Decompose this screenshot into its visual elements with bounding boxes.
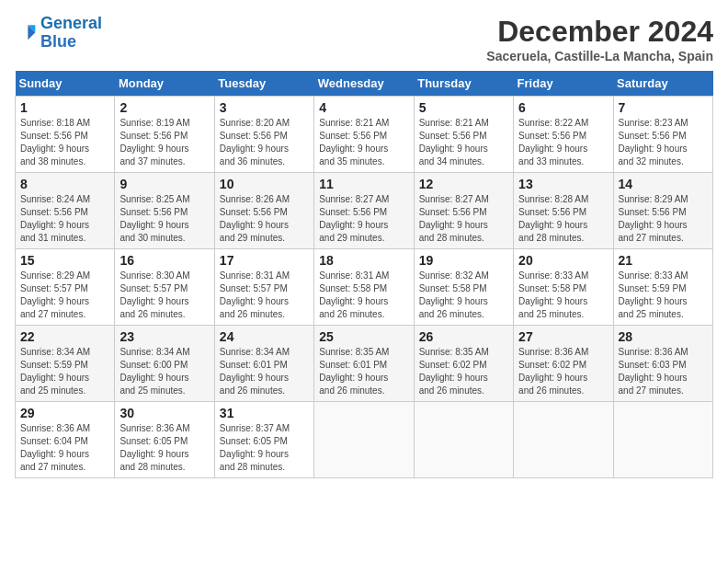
header-cell-thursday: Thursday: [414, 71, 513, 97]
calendar-cell: 25Sunrise: 8:35 AM Sunset: 6:01 PM Dayli…: [314, 326, 414, 402]
header-cell-tuesday: Tuesday: [214, 71, 313, 97]
calendar-cell: 17Sunrise: 8:31 AM Sunset: 5:57 PM Dayli…: [214, 249, 313, 326]
day-number: 30: [119, 406, 209, 420]
day-info: Sunrise: 8:22 AM Sunset: 5:56 PM Dayligh…: [518, 117, 608, 168]
header-cell-wednesday: Wednesday: [314, 71, 414, 97]
header: General Blue December 2024 Saceruela, Ca…: [15, 15, 713, 63]
calendar-week-row: 29Sunrise: 8:36 AM Sunset: 6:04 PM Dayli…: [16, 402, 713, 478]
day-number: 16: [119, 253, 209, 268]
calendar-cell: 13Sunrise: 8:28 AM Sunset: 5:56 PM Dayli…: [514, 173, 613, 249]
calendar-subtitle: Saceruela, Castille-La Mancha, Spain: [486, 49, 713, 63]
calendar-cell: [414, 402, 513, 478]
day-number: 11: [319, 177, 408, 191]
calendar-cell: 27Sunrise: 8:36 AM Sunset: 6:02 PM Dayli…: [514, 326, 613, 402]
calendar-cell: 29Sunrise: 8:36 AM Sunset: 6:04 PM Dayli…: [16, 402, 115, 478]
calendar-cell: 28Sunrise: 8:36 AM Sunset: 6:03 PM Dayli…: [613, 326, 712, 402]
calendar-cell: [613, 402, 712, 478]
day-number: 9: [119, 177, 209, 191]
logo-icon: [15, 22, 37, 44]
calendar-cell: 10Sunrise: 8:26 AM Sunset: 5:56 PM Dayli…: [214, 173, 313, 249]
day-number: 18: [319, 253, 408, 268]
calendar-cell: 18Sunrise: 8:31 AM Sunset: 5:58 PM Dayli…: [314, 249, 414, 326]
day-number: 28: [619, 329, 708, 344]
day-info: Sunrise: 8:26 AM Sunset: 5:56 PM Dayligh…: [220, 193, 309, 245]
header-cell-monday: Monday: [115, 71, 214, 97]
logo-line2: Blue: [40, 32, 76, 51]
header-cell-friday: Friday: [514, 71, 613, 97]
day-info: Sunrise: 8:32 AM Sunset: 5:58 PM Dayligh…: [419, 270, 508, 321]
header-cell-saturday: Saturday: [613, 71, 712, 97]
day-number: 21: [619, 253, 708, 268]
day-info: Sunrise: 8:35 AM Sunset: 6:01 PM Dayligh…: [319, 346, 408, 397]
calendar-cell: 9Sunrise: 8:25 AM Sunset: 5:56 PM Daylig…: [115, 173, 214, 249]
day-info: Sunrise: 8:20 AM Sunset: 5:56 PM Dayligh…: [220, 117, 309, 168]
day-info: Sunrise: 8:21 AM Sunset: 5:56 PM Dayligh…: [319, 117, 408, 168]
day-number: 12: [419, 177, 508, 191]
day-info: Sunrise: 8:28 AM Sunset: 5:56 PM Dayligh…: [518, 193, 608, 245]
day-info: Sunrise: 8:27 AM Sunset: 5:56 PM Dayligh…: [319, 193, 408, 245]
day-info: Sunrise: 8:36 AM Sunset: 6:03 PM Dayligh…: [619, 346, 708, 397]
day-number: 24: [220, 329, 309, 344]
day-info: Sunrise: 8:19 AM Sunset: 5:56 PM Dayligh…: [119, 117, 209, 168]
calendar-table: SundayMondayTuesdayWednesdayThursdayFrid…: [15, 71, 713, 478]
day-number: 20: [518, 253, 608, 268]
day-info: Sunrise: 8:29 AM Sunset: 5:56 PM Dayligh…: [619, 193, 708, 245]
day-number: 29: [20, 406, 109, 420]
day-number: 27: [518, 329, 608, 344]
calendar-cell: 26Sunrise: 8:35 AM Sunset: 6:02 PM Dayli…: [414, 326, 513, 402]
day-info: Sunrise: 8:18 AM Sunset: 5:56 PM Dayligh…: [20, 117, 109, 168]
calendar-cell: 19Sunrise: 8:32 AM Sunset: 5:58 PM Dayli…: [414, 249, 513, 326]
day-number: 23: [119, 329, 209, 344]
day-info: Sunrise: 8:34 AM Sunset: 5:59 PM Dayligh…: [20, 346, 109, 397]
calendar-week-row: 22Sunrise: 8:34 AM Sunset: 5:59 PM Dayli…: [16, 326, 713, 402]
day-number: 19: [419, 253, 508, 268]
calendar-cell: 31Sunrise: 8:37 AM Sunset: 6:05 PM Dayli…: [214, 402, 313, 478]
day-info: Sunrise: 8:27 AM Sunset: 5:56 PM Dayligh…: [419, 193, 508, 245]
logo-line1: General: [40, 14, 102, 32]
calendar-cell: 8Sunrise: 8:24 AM Sunset: 5:56 PM Daylig…: [16, 173, 115, 249]
day-info: Sunrise: 8:34 AM Sunset: 6:01 PM Dayligh…: [220, 346, 309, 397]
header-cell-sunday: Sunday: [16, 71, 115, 97]
day-info: Sunrise: 8:21 AM Sunset: 5:56 PM Dayligh…: [419, 117, 508, 168]
calendar-week-row: 15Sunrise: 8:29 AM Sunset: 5:57 PM Dayli…: [16, 249, 713, 326]
day-number: 3: [220, 100, 309, 115]
day-info: Sunrise: 8:35 AM Sunset: 6:02 PM Dayligh…: [419, 346, 508, 397]
day-number: 13: [518, 177, 608, 191]
day-number: 15: [20, 253, 109, 268]
day-info: Sunrise: 8:33 AM Sunset: 5:59 PM Dayligh…: [619, 270, 708, 321]
day-number: 1: [20, 100, 109, 115]
calendar-header-row: SundayMondayTuesdayWednesdayThursdayFrid…: [16, 71, 713, 97]
day-info: Sunrise: 8:30 AM Sunset: 5:57 PM Dayligh…: [119, 270, 209, 321]
day-number: 17: [220, 253, 309, 268]
day-number: 22: [20, 329, 109, 344]
logo-text: General Blue: [40, 15, 102, 52]
day-number: 6: [518, 100, 608, 115]
calendar-cell: 2Sunrise: 8:19 AM Sunset: 5:56 PM Daylig…: [115, 97, 214, 173]
title-section: December 2024 Saceruela, Castille-La Man…: [486, 15, 713, 63]
calendar-cell: 21Sunrise: 8:33 AM Sunset: 5:59 PM Dayli…: [613, 249, 712, 326]
calendar-cell: 1Sunrise: 8:18 AM Sunset: 5:56 PM Daylig…: [16, 97, 115, 173]
calendar-cell: 11Sunrise: 8:27 AM Sunset: 5:56 PM Dayli…: [314, 173, 414, 249]
day-info: Sunrise: 8:29 AM Sunset: 5:57 PM Dayligh…: [20, 270, 109, 321]
calendar-cell: 12Sunrise: 8:27 AM Sunset: 5:56 PM Dayli…: [414, 173, 513, 249]
day-info: Sunrise: 8:33 AM Sunset: 5:58 PM Dayligh…: [518, 270, 608, 321]
day-number: 10: [220, 177, 309, 191]
calendar-cell: 22Sunrise: 8:34 AM Sunset: 5:59 PM Dayli…: [16, 326, 115, 402]
calendar-cell: 24Sunrise: 8:34 AM Sunset: 6:01 PM Dayli…: [214, 326, 313, 402]
day-number: 26: [419, 329, 508, 344]
day-number: 8: [20, 177, 109, 191]
day-info: Sunrise: 8:25 AM Sunset: 5:56 PM Dayligh…: [119, 193, 209, 245]
logo: General Blue: [15, 15, 102, 52]
calendar-cell: 5Sunrise: 8:21 AM Sunset: 5:56 PM Daylig…: [414, 97, 513, 173]
day-number: 25: [319, 329, 408, 344]
day-info: Sunrise: 8:36 AM Sunset: 6:05 PM Dayligh…: [119, 422, 209, 474]
day-info: Sunrise: 8:36 AM Sunset: 6:02 PM Dayligh…: [518, 346, 608, 397]
calendar-cell: 6Sunrise: 8:22 AM Sunset: 5:56 PM Daylig…: [514, 97, 613, 173]
calendar-cell: 20Sunrise: 8:33 AM Sunset: 5:58 PM Dayli…: [514, 249, 613, 326]
calendar-cell: 4Sunrise: 8:21 AM Sunset: 5:56 PM Daylig…: [314, 97, 414, 173]
day-number: 14: [619, 177, 708, 191]
day-number: 31: [220, 406, 309, 420]
day-info: Sunrise: 8:24 AM Sunset: 5:56 PM Dayligh…: [20, 193, 109, 245]
day-number: 2: [119, 100, 209, 115]
calendar-cell: 16Sunrise: 8:30 AM Sunset: 5:57 PM Dayli…: [115, 249, 214, 326]
